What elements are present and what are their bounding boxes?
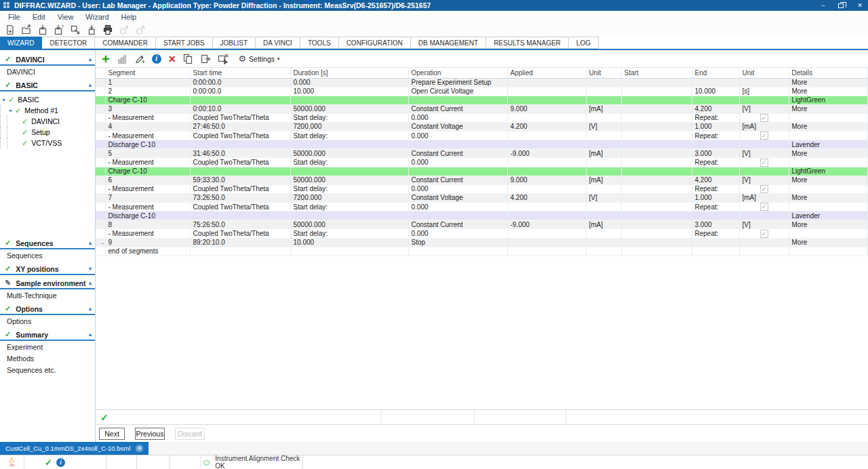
cell[interactable]: [586, 247, 621, 256]
segment-row[interactable]: 30:00:10.050000.000Constant Current9.000…: [96, 104, 868, 113]
expander-icon[interactable]: ▾: [0, 97, 7, 103]
cell[interactable]: [V]: [586, 193, 621, 202]
add-segment-icon[interactable]: +: [102, 52, 110, 66]
cell[interactable]: Repeat:: [692, 184, 739, 193]
cell[interactable]: More: [789, 238, 868, 247]
cell[interactable]: [621, 202, 692, 211]
cell[interactable]: More: [789, 149, 868, 158]
segment-row[interactable]: 10:00:00.00.000Prepare Experiment SetupM…: [96, 78, 868, 87]
cell[interactable]: Coupled TwoTheta/Theta: [190, 202, 290, 211]
cell[interactable]: [mA]: [586, 104, 621, 113]
menu-edit[interactable]: Edit: [27, 12, 52, 22]
segment-row[interactable]: 659:33:30.050000.000Constant Current9.00…: [96, 176, 868, 184]
cell[interactable]: [507, 87, 586, 96]
cell[interactable]: [mA]: [586, 149, 621, 158]
cell[interactable]: More: [789, 104, 868, 113]
cell[interactable]: [507, 158, 586, 167]
tree-item-davinci[interactable]: ✓DAVINCI: [0, 116, 95, 127]
file-tab[interactable]: CustCell_Cu_0.1mmDS_2x4soll_C-10.bsml ✕: [0, 442, 149, 455]
group-details-cell[interactable]: Lavender: [789, 211, 868, 220]
sidebar-section-sample-environment[interactable]: ✎Sample environment▴: [0, 278, 95, 289]
cell[interactable]: [621, 158, 692, 167]
cell[interactable]: [692, 167, 739, 176]
cell[interactable]: Constant Current: [408, 176, 507, 184]
cell[interactable]: [507, 247, 586, 256]
cell[interactable]: More: [789, 87, 868, 96]
cell[interactable]: 0.000: [408, 158, 507, 167]
cell[interactable]: [96, 140, 105, 149]
group-label-cell[interactable]: Charge C-10: [105, 167, 190, 176]
sidebar-section-xy-positions[interactable]: ✓XY positions▾: [0, 264, 95, 275]
cell[interactable]: [739, 211, 789, 220]
cell[interactable]: Constant Current: [408, 104, 507, 113]
measurement-row[interactable]: - MeasurementCoupled TwoTheta/ThetaStart…: [96, 113, 868, 122]
chevron-up-icon[interactable]: ▴: [89, 331, 92, 338]
cell[interactable]: More: [789, 220, 868, 229]
cell[interactable]: [739, 96, 789, 104]
cell[interactable]: - Measurement: [105, 158, 190, 167]
tab-da-vinci[interactable]: DA VINCI: [256, 37, 300, 49]
cell[interactable]: [V]: [739, 220, 789, 229]
cell[interactable]: [190, 96, 290, 104]
cell[interactable]: [621, 167, 692, 176]
cell[interactable]: 1.000: [692, 122, 739, 131]
cell[interactable]: [408, 247, 507, 256]
tab-tools[interactable]: TOOLS: [300, 37, 339, 49]
cell[interactable]: [621, 247, 692, 256]
import-icon[interactable]: [86, 24, 97, 35]
cell[interactable]: 9.000: [507, 104, 586, 113]
cell[interactable]: Repeat:: [692, 158, 739, 167]
cell[interactable]: Coupled TwoTheta/Theta: [190, 184, 290, 193]
cell[interactable]: Repeat:: [692, 113, 739, 122]
cell[interactable]: - Measurement: [105, 131, 190, 140]
cell[interactable]: [586, 211, 621, 220]
cell[interactable]: [739, 78, 789, 87]
chevron-down-icon[interactable]: ▾: [89, 266, 92, 272]
tab-results-manager[interactable]: RESULTS MANAGER: [486, 37, 569, 49]
group-row[interactable]: Discharge C-10Lavender: [96, 211, 868, 220]
cell[interactable]: Start delay:: [290, 184, 408, 193]
group-details-cell[interactable]: LightGreen: [789, 96, 868, 104]
cell[interactable]: 9: [105, 238, 190, 247]
cell[interactable]: [290, 96, 408, 104]
cell[interactable]: 1: [105, 78, 190, 87]
cell[interactable]: [789, 247, 868, 256]
tab-start-jobs[interactable]: START JOBS: [156, 37, 213, 49]
cell[interactable]: ✓: [739, 131, 789, 140]
sidebar-item-experiment[interactable]: Experiment: [0, 341, 95, 352]
sidebar-item-options[interactable]: Options: [0, 315, 95, 327]
cell[interactable]: [586, 113, 621, 122]
tree-item-vct-vss[interactable]: ✓VCT/VSS: [0, 138, 95, 148]
segment-row[interactable]: 427:46:50.07200.000Constant Voltage4.200…: [96, 122, 868, 131]
chevron-up-icon[interactable]: ▴: [89, 56, 92, 62]
cell[interactable]: [190, 247, 290, 256]
cell[interactable]: [507, 184, 586, 193]
cell[interactable]: - Measurement: [105, 202, 190, 211]
end-row[interactable]: end of segments: [96, 247, 868, 256]
cell[interactable]: [190, 140, 290, 149]
cell[interactable]: - Measurement: [105, 113, 190, 122]
cell[interactable]: [290, 167, 408, 176]
end-of-segments-cell[interactable]: end of segments: [105, 247, 190, 256]
chevron-up-icon[interactable]: ▴: [89, 82, 92, 88]
edit-measurement-icon[interactable]: [134, 54, 145, 64]
cell[interactable]: 3: [105, 104, 190, 113]
cell[interactable]: Open Circuit Voltage: [408, 87, 507, 96]
cell[interactable]: [507, 131, 586, 140]
cell[interactable]: - Measurement: [105, 229, 190, 238]
cell[interactable]: 89:20:10.0: [190, 238, 290, 247]
cell[interactable]: [408, 140, 507, 149]
cell[interactable]: [507, 78, 586, 87]
sidebar-item-multi-technique[interactable]: Multi-Technique: [0, 289, 95, 301]
segment-row[interactable]: 20:00:00.010.000Open Circuit Voltage10.0…: [96, 87, 868, 96]
cell[interactable]: 50000.000: [290, 176, 408, 184]
tab-db-management[interactable]: DB MANAGEMENT: [411, 37, 486, 49]
measurement-row[interactable]: - MeasurementCoupled TwoTheta/ThetaStart…: [96, 202, 868, 211]
sidebar-item-sequences[interactable]: Sequences: [0, 249, 95, 261]
tree-item-setup[interactable]: ✓Setup: [0, 127, 95, 138]
close-icon[interactable]: ✕: [136, 445, 143, 452]
cell[interactable]: 0.000: [408, 184, 507, 193]
cell[interactable]: 10.000: [692, 87, 739, 96]
cell[interactable]: [586, 238, 621, 247]
cell[interactable]: [mA]: [739, 122, 789, 131]
